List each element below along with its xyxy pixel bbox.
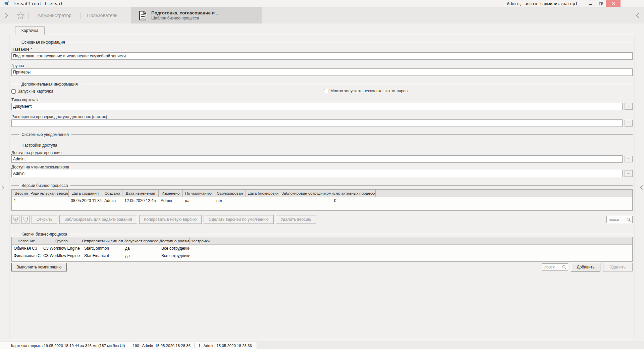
delete-version-button[interactable]: Удалить версию [276,215,316,224]
title-bar: TessaClient (tessa) Admin, admin (админи… [0,0,644,7]
group-field-label: Группа [11,63,633,68]
shield-plus-button[interactable] [11,215,19,224]
column-header-filler [376,190,632,197]
tab-business-process-template[interactable]: Подготовка, согласование и ... Шаблон би… [131,7,262,23]
shield-minus-button[interactable] [21,215,30,224]
cell-active-processes: 0 [332,198,376,203]
read-access-input[interactable] [11,170,623,177]
cell-modified-date: 12.05.2020 12:45 [122,198,159,203]
tab-scroll-back-button[interactable] [631,7,644,23]
cell-modified-by: Admin [159,198,183,203]
workspace: Карточка Основная информация Название * … [0,23,644,342]
group-versions: Версии бизнес-процесса [11,183,633,188]
column-header[interactable]: Доступно ролям [159,237,190,244]
chevron-left-icon [640,185,643,190]
left-panel-toggle[interactable] [0,183,5,192]
name-input[interactable] [11,52,633,60]
column-header[interactable]: По умолчанию [183,190,214,197]
nav-forward-button[interactable] [0,7,13,23]
favorites-button[interactable] [13,7,28,23]
close-button[interactable] [606,0,621,7]
app-logo-icon [3,1,9,6]
group-process-buttons: Кнопки бизнес-процесса [11,232,633,236]
right-panel-toggle[interactable] [639,183,644,192]
cell-created-date: 08.05.2020 11:34 [69,198,102,203]
group-additional-info: Дополнительная информация [11,82,633,86]
edit-access-input[interactable] [11,155,623,163]
minimize-button[interactable] [586,0,596,7]
column-header[interactable]: Дата изменения [122,190,159,197]
shield-plus-icon [13,217,18,222]
cell-created-by: Admin [102,198,122,203]
cell-is-default: да [183,198,214,203]
lock-version-button[interactable]: Заблокировать для редактирования [59,215,137,224]
buttons-search-input[interactable] [544,265,561,269]
document-icon [139,11,147,20]
multiple-instances-checkbox-input[interactable] [324,89,328,93]
tab-user-label: Пользователь [87,13,118,18]
column-header[interactable]: Запускает процесс [123,237,159,244]
run-from-card-checkbox-input[interactable] [11,89,16,94]
version-row[interactable]: 1 08.05.2020 11:34 Admin 12.05.2020 12:4… [12,197,632,204]
star-icon [16,11,25,19]
column-header[interactable]: Название [12,237,41,244]
add-button[interactable]: Добавить [571,263,600,271]
column-header[interactable]: Родительская версия [31,190,69,197]
extensions-picker-button[interactable]: ... [625,120,633,127]
edit-access-picker-button[interactable]: ... [625,156,633,162]
group-additional-info-label: Дополнительная информация [19,82,80,87]
read-access-label: Доступ на чтение экземпляров [11,165,633,170]
process-button-row[interactable]: Финансовая СЗ СЗ Workflow Engine StartFi… [12,252,632,259]
copy-version-button[interactable]: Копировать в новую версию [139,215,202,224]
restore-button[interactable] [596,0,606,7]
column-header[interactable]: Изменено [159,190,183,197]
checkbox-row: Запуск из карточки Можно запускать неско… [11,89,633,94]
group-system-notifications-label: Системные уведомления [19,132,71,137]
tab-bar: Администратор Пользователь Подготовка, с… [0,7,644,23]
column-header[interactable]: Группа [41,237,82,244]
cell-group: СЗ Workflow Engine [41,253,82,258]
group-process-buttons-label: Кнопки бизнес-процесса [19,232,70,237]
column-header[interactable]: Заблокирован сотрудником [281,190,332,197]
compile-button[interactable]: Выполнить компиляцию [11,263,67,271]
cell-available-roles: Все сотрудники [159,246,190,251]
column-header[interactable]: Отправляемый сигнал [82,237,123,244]
buttons-search [542,263,568,271]
versions-toolbar: Открыть Заблокировать для редактирования… [11,215,633,224]
tab-administrator[interactable]: Администратор [29,7,80,23]
cell-is-locked: нет [214,198,246,203]
versions-search-input[interactable] [608,217,626,222]
column-header[interactable]: Дата создания [69,190,102,197]
multiple-instances-checkbox[interactable]: Можно запускать несколько экземпляров [324,89,408,93]
versions-search [606,216,633,223]
column-header[interactable]: Заблокирован [214,190,246,197]
column-header[interactable]: Дата блокировки [246,190,281,197]
tab-card[interactable]: Карточка [15,26,45,35]
column-header[interactable]: Создано [102,190,122,197]
tab-user[interactable]: Пользователь [81,7,124,23]
window-title: TessaClient (tessa) [13,1,63,6]
run-from-card-checkbox[interactable]: Запуск из карточки [11,89,53,94]
card-types-picker-button[interactable]: ... [625,103,633,110]
open-version-button[interactable]: Открыть [32,215,57,224]
tab-administrator-label: Администратор [38,13,71,18]
restore-icon [599,2,603,5]
cell-available-roles: Все сотрудники [159,253,190,258]
process-button-row[interactable]: Обычная СЗ СЗ Workflow Engine StartCommo… [12,245,632,252]
close-icon [611,2,615,5]
make-default-version-button[interactable]: Сделать версией по умолчанию [204,215,273,224]
column-header[interactable]: Версия [12,190,31,197]
card-types-input[interactable] [11,103,623,110]
minimize-icon [589,2,592,5]
column-header[interactable]: Настройки [190,237,211,244]
chevron-right-icon [1,185,4,190]
group-system-notifications: Системные уведомления [11,132,633,137]
cell-name: Обычная СЗ [12,246,41,251]
cell-version: 1 [12,198,31,203]
delete-button[interactable]: Удалить [603,263,633,271]
group-input[interactable] [11,68,633,76]
extensions-input[interactable] [11,119,623,127]
chevron-left-icon [636,12,640,19]
column-header[interactable]: Число активных процессов [332,190,376,197]
read-access-picker-button[interactable]: ... [625,170,633,177]
